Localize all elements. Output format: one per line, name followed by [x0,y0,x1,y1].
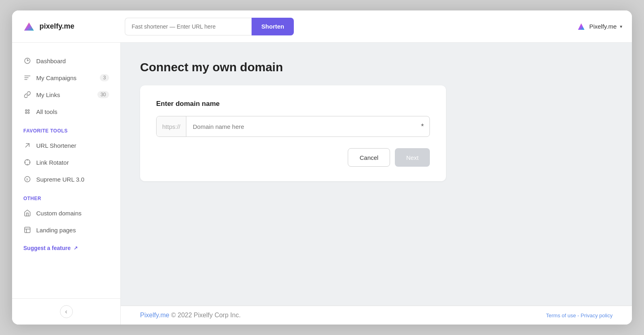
custom-domains-label: Custom domains [36,210,109,217]
account-logo-icon [576,22,586,31]
url-shortener-bar: Shorten [125,18,294,35]
domain-input-row: https:// * [156,116,430,137]
url-shortener-icon [23,141,31,149]
supreme-url-label: Supreme URL 3.0 [36,176,109,183]
domain-prefix: https:// [157,116,186,136]
all-tools-label: All tools [36,108,109,115]
link-rotator-label: Link Rotator [36,159,109,166]
url-input[interactable] [125,18,252,35]
other-section-label: OTHER [12,188,120,205]
dashboard-label: Dashboard [36,58,109,64]
next-button[interactable]: Next [395,148,430,167]
sidebar-item-all-tools[interactable]: All tools [12,103,120,120]
external-link-icon: ↗ [74,245,78,251]
custom-domains-icon [23,209,31,217]
footer-brand-link[interactable]: Pixelfy.me [140,312,169,318]
card-actions: Cancel Next [156,148,430,167]
account-menu[interactable]: Pixelfy.me ▾ [576,22,622,31]
sidebar-item-dashboard[interactable]: Dashboard [12,52,120,69]
sidebar-item-links[interactable]: My Links 30 [12,86,120,103]
sidebar-nav: Dashboard My Campaigns 3 My Links 30 [12,52,120,298]
shorten-button[interactable]: Shorten [252,18,294,35]
sidebar-item-link-rotator[interactable]: Link Rotator [12,154,120,171]
main-layout: Dashboard My Campaigns 3 My Links 30 [12,43,632,325]
card-section-title: Enter domain name [156,100,430,108]
svg-rect-12 [25,227,30,233]
footer-right[interactable]: Terms of use - Privacy policy [546,312,613,318]
sidebar-item-url-shortener[interactable]: URL Shortener [12,137,120,154]
sidebar: Dashboard My Campaigns 3 My Links 30 [12,43,121,325]
campaigns-label: My Campaigns [36,74,95,81]
domain-card: Enter domain name https:// * Cancel Next [140,85,446,181]
cancel-button[interactable]: Cancel [348,148,390,167]
links-badge: 30 [97,91,109,98]
svg-text:3: 3 [26,178,28,181]
all-tools-icon [23,108,31,116]
domain-name-input[interactable] [186,123,415,130]
dashboard-icon [23,57,31,65]
landing-pages-icon [23,226,31,234]
svg-marker-1 [24,23,34,31]
links-icon [23,91,31,99]
logo-icon [22,19,36,34]
content-area: Connect my own domain Enter domain name … [121,43,632,325]
supreme-url-icon: 3 [23,175,31,183]
page-title: Connect my own domain [140,60,613,74]
landing-pages-label: Landing pages [36,227,109,234]
logo-area: pixelfy.me [22,19,118,34]
url-shortener-label: URL Shortener [36,142,109,149]
required-asterisk: * [415,122,429,131]
svg-line-8 [26,144,29,147]
favorite-tools-section-label: FAVORITE TOOLS [12,120,120,137]
logo-text: pixelfy.me [39,22,74,31]
chevron-down-icon: ▾ [620,24,622,29]
footer-copyright: © 2022 Pixelfy Corp Inc. [171,312,241,318]
svg-point-4 [25,110,27,111]
sidebar-item-campaigns[interactable]: My Campaigns 3 [12,69,120,86]
footer-left: Pixelfy.me © 2022 Pixelfy Corp Inc. [140,312,241,319]
collapse-sidebar-button[interactable]: ‹ [60,305,73,318]
sidebar-footer: ‹ [12,298,120,325]
link-rotator-icon [23,158,31,166]
sidebar-item-custom-domains[interactable]: Custom domains [12,205,120,221]
suggest-feature-link[interactable]: Suggest a feature ↗ [12,238,120,258]
suggest-feature-label: Suggest a feature [23,245,70,251]
svg-marker-2 [578,23,584,30]
links-label: My Links [36,91,93,98]
svg-point-6 [25,112,27,114]
campaigns-icon [23,74,31,82]
content-footer: Pixelfy.me © 2022 Pixelfy Corp Inc. Term… [121,306,632,325]
topbar: pixelfy.me Shorten Pixelfy.me ▾ [12,10,632,43]
svg-point-7 [28,112,29,114]
campaigns-badge: 3 [100,74,109,81]
sidebar-item-landing-pages[interactable]: Landing pages [12,221,120,238]
content-inner: Connect my own domain Enter domain name … [121,43,632,306]
sidebar-item-supreme-url[interactable]: 3 Supreme URL 3.0 [12,171,120,188]
svg-point-5 [28,110,29,111]
account-label: Pixelfy.me [589,23,617,30]
